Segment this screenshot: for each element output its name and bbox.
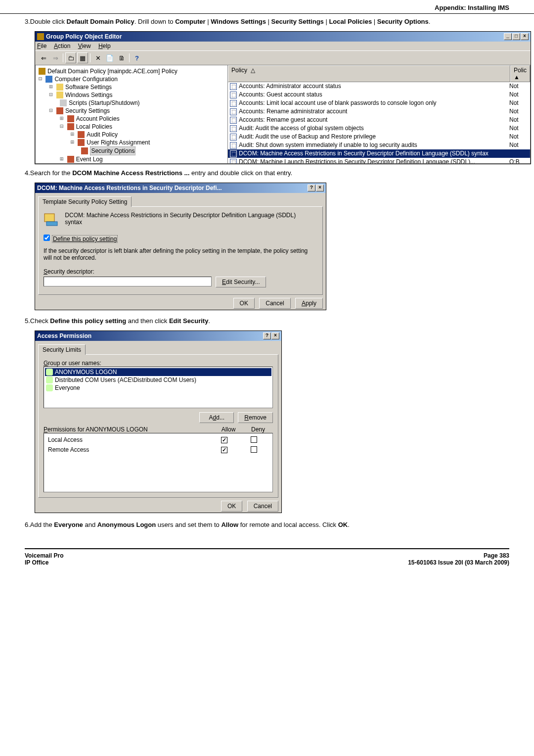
policy-row[interactable]: ⬚Accounts: Guest account statusNot bbox=[228, 91, 530, 99]
policy-row[interactable]: ⬚Audit: Shut down system immediately if … bbox=[228, 141, 530, 149]
security-options-node[interactable]: Security Options bbox=[38, 146, 225, 155]
close-button[interactable]: × bbox=[271, 332, 279, 339]
help-button[interactable]: ? bbox=[132, 52, 142, 63]
policy-icon: ⬚ bbox=[230, 150, 237, 157]
user-row[interactable]: Distributed COM Users (ACE\Distributed C… bbox=[45, 376, 271, 384]
tab-template[interactable]: Template Security Policy Setting bbox=[38, 196, 132, 207]
forward-button[interactable]: ⇒ bbox=[50, 52, 61, 63]
policy-row[interactable]: ⬚Accounts: Rename administrator accountN… bbox=[228, 107, 530, 116]
gpe-title: Group Policy Object Editor bbox=[46, 33, 504, 40]
deny-header: Deny bbox=[243, 426, 273, 433]
policy-icon: ⬚ bbox=[230, 159, 237, 164]
close-button[interactable]: × bbox=[316, 185, 324, 191]
access-titlebar: Access Permission ? × bbox=[35, 331, 281, 341]
col-policy[interactable]: Policy △ bbox=[228, 65, 510, 82]
policy-row[interactable]: ⬚Accounts: Administrator account statusN… bbox=[228, 82, 530, 91]
menubar: File Action View Help bbox=[35, 42, 531, 50]
toolbar: ⇐ ⇒ 🗀 ▦ ✕ 📄 🗎 ? bbox=[35, 50, 531, 65]
user-rights-icon bbox=[78, 139, 85, 146]
deny-checkbox[interactable] bbox=[251, 436, 257, 443]
user-row[interactable]: ANONYMOUS LOGON bbox=[45, 368, 271, 376]
event-log-icon bbox=[67, 156, 74, 163]
ok-button[interactable]: OK bbox=[233, 298, 255, 309]
policy-row[interactable]: ⬚Accounts: Limit local account use of bl… bbox=[228, 99, 530, 107]
folder-icon bbox=[56, 84, 63, 91]
names-listbox[interactable]: ANONYMOUS LOGONDistributed COM Users (AC… bbox=[44, 367, 273, 408]
add-button[interactable]: Add... bbox=[199, 412, 234, 423]
apply-button[interactable]: Apply bbox=[295, 298, 323, 309]
gpe-icon bbox=[37, 33, 44, 40]
maximize-button[interactable]: □ bbox=[512, 33, 520, 40]
dcom-icon bbox=[44, 212, 59, 228]
user-icon bbox=[46, 377, 53, 383]
export-button[interactable]: 🗎 bbox=[116, 52, 127, 63]
policy-icon: ⬚ bbox=[230, 117, 237, 124]
cancel-button[interactable]: Cancel bbox=[247, 501, 278, 512]
note-text: If the security descriptor is left blank… bbox=[44, 247, 317, 261]
allow-checkbox[interactable]: ✓ bbox=[221, 447, 227, 453]
svg-rect-1 bbox=[46, 222, 57, 226]
minimize-button[interactable]: _ bbox=[504, 33, 512, 40]
list-header: Policy △ Polic ▲ bbox=[228, 65, 530, 82]
step-4: 4.Search for the DCOM Machine Access Res… bbox=[25, 169, 509, 177]
policy-row[interactable]: ⬚Audit: Audit the access of global syste… bbox=[228, 124, 530, 133]
help-button[interactable]: ? bbox=[308, 185, 315, 191]
define-policy-label: Define this policy setting bbox=[52, 235, 118, 243]
help-button[interactable]: ? bbox=[263, 332, 271, 339]
scripts-icon bbox=[60, 99, 67, 106]
back-button[interactable]: ⇐ bbox=[38, 52, 49, 63]
edit-security-button[interactable]: Edit Security... bbox=[216, 277, 266, 287]
menu-view[interactable]: View bbox=[78, 43, 91, 49]
policy-row[interactable]: ⬚Accounts: Rename guest accountNot bbox=[228, 116, 530, 124]
allow-header: Allow bbox=[214, 426, 243, 433]
user-row[interactable]: Everyone bbox=[45, 384, 271, 392]
policy-icon: ⬚ bbox=[230, 125, 237, 132]
close-button[interactable]: × bbox=[521, 33, 529, 40]
up-button[interactable]: 🗀 bbox=[65, 52, 76, 63]
user-icon bbox=[46, 384, 53, 391]
show-hide-button[interactable]: ▦ bbox=[77, 52, 88, 63]
access-permission-dialog: Access Permission ? × Security Limits Gr… bbox=[35, 331, 282, 513]
menu-file[interactable]: File bbox=[37, 43, 46, 49]
permission-row: Remote Access✓ bbox=[48, 445, 268, 455]
dcom-dialog: DCOM: Machine Access Restrictions in Sec… bbox=[35, 183, 326, 310]
menu-action[interactable]: Action bbox=[54, 43, 70, 49]
user-icon bbox=[46, 369, 53, 376]
folder-icon bbox=[56, 92, 63, 98]
allow-checkbox[interactable]: ✓ bbox=[221, 437, 227, 443]
policy-root-icon bbox=[39, 68, 45, 75]
deny-checkbox[interactable] bbox=[251, 446, 257, 453]
security-descriptor-input[interactable] bbox=[44, 277, 212, 286]
account-policies-icon bbox=[67, 115, 74, 122]
properties-button[interactable]: 📄 bbox=[104, 52, 115, 63]
col-setting[interactable]: Polic ▲ bbox=[510, 65, 530, 82]
policy-row[interactable]: ⬚DCOM: Machine Launch Restrictions in Se… bbox=[228, 158, 530, 164]
audit-policy-icon bbox=[78, 131, 85, 138]
policy-list[interactable]: Policy △ Polic ▲ ⬚Accounts: Administrato… bbox=[228, 65, 531, 164]
security-settings-icon bbox=[56, 107, 63, 114]
policy-icon: ⬚ bbox=[230, 108, 237, 115]
menu-help[interactable]: Help bbox=[98, 43, 111, 49]
tab-security-limits[interactable]: Security Limits bbox=[38, 344, 86, 355]
permissions-listbox[interactable]: Local Access✓Remote Access✓ bbox=[44, 433, 273, 492]
gpe-window: Group Policy Object Editor _ □ × File Ac… bbox=[35, 31, 531, 164]
tree-pane[interactable]: Default Domain Policy [mainpdc.ACE.com] … bbox=[35, 65, 228, 164]
svg-rect-0 bbox=[44, 214, 54, 222]
cancel-button[interactable]: Cancel bbox=[259, 298, 290, 309]
gpe-titlebar: Group Policy Object Editor _ □ × bbox=[35, 32, 531, 42]
sd-label: Security descriptor: bbox=[44, 268, 317, 275]
local-policies-icon bbox=[67, 123, 74, 130]
dcom-heading: DCOM: Machine Access Restrictions in Sec… bbox=[65, 212, 302, 226]
policy-icon: ⬚ bbox=[230, 134, 237, 141]
policy-icon: ⬚ bbox=[230, 83, 237, 90]
policy-row[interactable]: ⬚Audit: Audit the use of Backup and Rest… bbox=[228, 133, 530, 141]
delete-button[interactable]: ✕ bbox=[92, 52, 103, 63]
remove-button[interactable]: Remove bbox=[238, 412, 273, 423]
permission-row: Local Access✓ bbox=[48, 435, 268, 445]
ok-button[interactable]: OK bbox=[221, 501, 242, 512]
policy-icon: ⬚ bbox=[230, 142, 237, 149]
define-policy-checkbox[interactable] bbox=[44, 235, 50, 241]
step-3: 3.Double click Default Domain Policy. Dr… bbox=[25, 18, 509, 25]
policy-row[interactable]: ⬚DCOM: Machine Access Restrictions in Se… bbox=[228, 149, 530, 158]
groups-label: Group or user names: bbox=[44, 360, 273, 367]
